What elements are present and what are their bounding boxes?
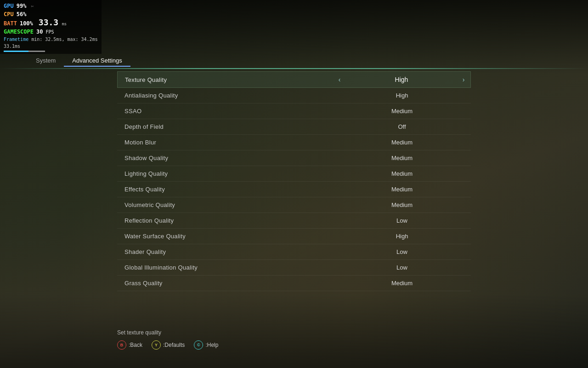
- ctrl-help[interactable]: © :Help: [194, 340, 218, 350]
- hud-ms-big: 33.3: [39, 17, 58, 27]
- tabs-bar: System Advanced Settings: [0, 55, 588, 67]
- setting-value-ssao: Medium: [333, 108, 471, 115]
- setting-value-lighting: Medium: [333, 170, 471, 177]
- bottom-controls: B :Back Y :Defaults © :Help: [117, 340, 471, 350]
- settings-row-texture-quality[interactable]: Texture Quality ‹ High ›: [117, 71, 471, 88]
- setting-value-motion-blur: Medium: [333, 139, 471, 146]
- hud-frametime-label: Frametime: [4, 36, 28, 43]
- settings-row-antialiasing[interactable]: Antialiasing Quality High: [117, 88, 471, 104]
- chevron-right-texture[interactable]: ›: [457, 73, 470, 86]
- setting-value-area-water: High: [333, 233, 471, 240]
- bottom-hint: Set texture quality: [117, 329, 471, 336]
- hud-gpu-label: GPU: [4, 2, 14, 10]
- setting-value-area-reflection: Low: [333, 217, 471, 224]
- setting-value-area-effects: Medium: [333, 186, 471, 193]
- hud-frametime-value: min: 32.5ms, max: 34.2ms: [31, 36, 98, 43]
- setting-value-area-texture-quality: ‹ High ›: [333, 73, 470, 86]
- setting-name-ssao: SSAO: [117, 108, 333, 115]
- setting-name-grass: Grass Quality: [117, 280, 333, 287]
- setting-name-volumetric: Volumetric Quality: [117, 201, 333, 208]
- settings-row-ssao[interactable]: SSAO Medium: [117, 104, 471, 119]
- setting-value-antialiasing: High: [333, 92, 471, 99]
- setting-value-area-lighting: Medium: [333, 170, 471, 177]
- setting-name-reflection: Reflection Quality: [117, 217, 333, 224]
- tab-advanced-settings[interactable]: Advanced Settings: [64, 55, 130, 67]
- setting-name-dof: Depth of Field: [117, 123, 333, 130]
- setting-value-area-ssao: Medium: [333, 108, 471, 115]
- setting-value-effects: Medium: [333, 186, 471, 193]
- tab-divider: [0, 68, 588, 69]
- setting-value-area-antialiasing: High: [333, 92, 471, 99]
- hud-frametime-current: 33.1ms: [4, 43, 20, 50]
- hud-ms-unit: ms: [62, 22, 67, 26]
- settings-row-volumetric[interactable]: Volumetric Quality Medium: [117, 197, 471, 213]
- bottom-bar: Set texture quality B :Back Y :Defaults …: [117, 329, 471, 350]
- setting-value-volumetric: Medium: [333, 201, 471, 208]
- settings-row-gi[interactable]: Global Illumination Quality Low: [117, 260, 471, 276]
- settings-row-shader[interactable]: Shader Quality Low: [117, 244, 471, 260]
- hud-overlay: GPU 99% ✄ CPU 56% BATT 100% 33.3 ms GAME…: [0, 0, 102, 54]
- hud-fps-unit: FPS: [45, 29, 54, 35]
- setting-name-texture-quality: Texture Quality: [118, 76, 333, 83]
- setting-name-lighting: Lighting Quality: [117, 170, 333, 177]
- settings-row-grass[interactable]: Grass Quality Medium: [117, 276, 471, 291]
- hud-gpu-value: 99%: [17, 2, 27, 10]
- hud-cpu-value: 56%: [17, 10, 27, 18]
- setting-value-area-motion-blur: Medium: [333, 139, 471, 146]
- ctrl-back-label: :Back: [129, 342, 142, 348]
- setting-name-motion-blur: Motion Blur: [117, 139, 333, 146]
- chevron-left-texture[interactable]: ‹: [333, 73, 346, 86]
- c-button-icon: ©: [194, 340, 203, 350]
- setting-name-effects: Effects Quality: [117, 186, 333, 193]
- hud-batt-value: 100%: [20, 19, 33, 28]
- settings-row-motion-blur[interactable]: Motion Blur Medium: [117, 135, 471, 150]
- hud-cpu-label: CPU: [4, 10, 14, 18]
- settings-row-dof[interactable]: Depth of Field Off: [117, 119, 471, 135]
- tab-system[interactable]: System: [28, 55, 64, 67]
- setting-value-gi: Low: [333, 264, 471, 271]
- setting-value-area-gi: Low: [333, 264, 471, 271]
- ctrl-defaults-label: :Defaults: [163, 342, 185, 348]
- hud-bar: [4, 51, 45, 52]
- settings-row-reflection[interactable]: Reflection Quality Low: [117, 213, 471, 229]
- setting-name-antialiasing: Antialiasing Quality: [117, 92, 333, 99]
- settings-row-lighting[interactable]: Lighting Quality Medium: [117, 166, 471, 182]
- hud-wrench-icon: ✄: [31, 3, 34, 10]
- setting-value-shader: Low: [333, 248, 471, 255]
- ctrl-defaults[interactable]: Y :Defaults: [152, 340, 185, 350]
- setting-value-area-volumetric: Medium: [333, 201, 471, 208]
- setting-value-dof: Off: [333, 123, 471, 130]
- hud-batt-label: BATT: [4, 19, 17, 28]
- setting-value-water: High: [333, 233, 471, 240]
- setting-name-water: Water Surface Quality: [117, 233, 333, 240]
- setting-value-area-dof: Off: [333, 123, 471, 130]
- setting-value-shadow: Medium: [333, 155, 471, 161]
- setting-value-area-grass: Medium: [333, 280, 471, 287]
- setting-value-texture-quality: High: [346, 76, 457, 83]
- hud-fps-value: 30: [36, 28, 43, 36]
- setting-value-area-shader: Low: [333, 248, 471, 255]
- setting-value-reflection: Low: [333, 217, 471, 224]
- hud-scope-label: GAMESCOPE: [4, 28, 34, 36]
- y-button-icon: Y: [152, 340, 161, 350]
- ctrl-back[interactable]: B :Back: [117, 340, 142, 350]
- b-button-icon: B: [117, 340, 126, 350]
- settings-row-effects[interactable]: Effects Quality Medium: [117, 182, 471, 197]
- settings-row-shadow[interactable]: Shadow Quality Medium: [117, 150, 471, 166]
- setting-name-gi: Global Illumination Quality: [117, 264, 333, 271]
- setting-value-area-shadow: Medium: [333, 155, 471, 161]
- ctrl-help-label: :Help: [205, 342, 218, 348]
- settings-row-water[interactable]: Water Surface Quality High: [117, 229, 471, 244]
- setting-name-shader: Shader Quality: [117, 248, 333, 255]
- setting-value-grass: Medium: [333, 280, 471, 287]
- setting-name-shadow: Shadow Quality: [117, 155, 333, 161]
- settings-panel: Texture Quality ‹ High › Antialiasing Qu…: [117, 71, 471, 291]
